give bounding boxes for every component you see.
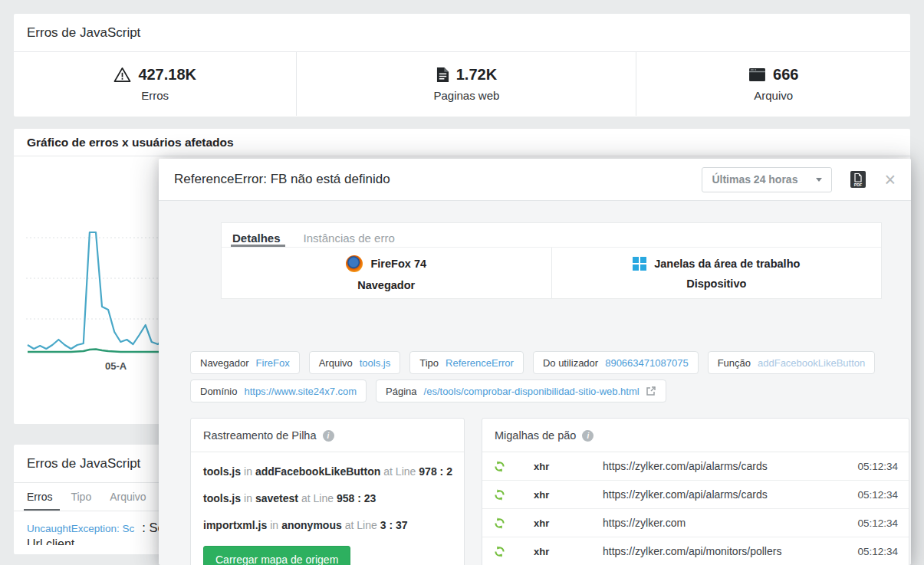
- stat-label: Erros: [141, 89, 169, 102]
- load-source-map-button[interactable]: Carregar mapa de origem: [203, 546, 350, 565]
- stat-erros: 427.18K Erros: [14, 52, 297, 116]
- breadcrumbs-card: Migalhas de pão i xhr https://zylker.com…: [482, 418, 909, 565]
- pill-funcao: Função addFacebookLikeButton: [708, 351, 876, 374]
- stack-frames: tools.jsinaddFacebookLikeButtonat Line97…: [191, 452, 464, 533]
- tab-instancias-de-erro[interactable]: Instâncias de erro: [304, 232, 395, 247]
- stack-frame: importxml.jsinanonymousat Line3 : 37: [203, 517, 452, 533]
- page-title: Erros de JavaScript: [14, 14, 910, 52]
- pill-label: Página: [386, 386, 416, 397]
- pill-label: Domínio: [200, 386, 237, 397]
- stat-paginas-web: 1.72K Paginas web: [297, 52, 636, 116]
- pill-label: Navegador: [200, 357, 249, 369]
- breadcrumb-type: xhr: [534, 489, 589, 501]
- frame-line: 958 : 23: [337, 492, 376, 504]
- stack-trace-card: Rastreamento de Pilha i tools.jsinaddFac…: [190, 418, 465, 565]
- pill-value: addFacebookLikeButton: [758, 357, 865, 369]
- breadcrumb-url: https://zylker.com/api/alarms/cards: [603, 488, 849, 501]
- breadcrumb-url: https://zylker.com: [603, 517, 849, 529]
- frame-file: tools.js: [203, 492, 241, 504]
- frame-in: in: [244, 492, 252, 504]
- frame-at: at Line: [383, 465, 416, 478]
- stack-frame: tools.jsinsavetestat Line958 : 23: [203, 491, 452, 506]
- tab-detalhes[interactable]: Detalhes: [232, 232, 281, 247]
- modal-title: ReferenceError: FB não está definido: [174, 172, 390, 187]
- stats-row: 427.18K Erros 1.72K Paginas web 666 Arqu…: [14, 52, 910, 116]
- error-text-partial: Url client: [27, 537, 74, 545]
- chevron-down-icon: [816, 178, 822, 182]
- refresh-icon: [493, 488, 506, 501]
- chart-title: Gráfico de erros x usuários afetados: [14, 129, 910, 156]
- frame-function: anonymous: [281, 519, 342, 531]
- tab-tipo[interactable]: Tipo: [71, 491, 91, 511]
- info-icon[interactable]: i: [323, 430, 334, 442]
- breadcrumb-type: xhr: [534, 461, 589, 472]
- pill-arquivo: Arquivo tools.js: [309, 351, 401, 374]
- frame-in: in: [270, 519, 278, 531]
- breadcrumb-row: xhr https://zylker.com/api/alarms/cards …: [482, 452, 909, 481]
- browser-cell: FireFox 74 Navegador: [222, 248, 551, 298]
- time-range-value: Últimas 24 horas: [712, 173, 797, 186]
- error-link[interactable]: UncaughtException: Sc: [27, 523, 134, 534]
- device-label: Dispositivo: [686, 278, 746, 290]
- pill-value[interactable]: tools.js: [360, 357, 390, 369]
- stack-trace-header: Rastreamento de Pilha i: [191, 419, 464, 452]
- refresh-icon: [493, 460, 506, 473]
- tab-arquivo[interactable]: Arquivo: [110, 491, 146, 511]
- breadcrumb-time: 05:12:34: [849, 489, 898, 501]
- frame-at: at Line: [345, 519, 377, 531]
- modal-tabs: Detalhes Instâncias de erro: [222, 223, 881, 248]
- x-axis-tick-label: 05-A: [105, 360, 127, 372]
- pill-label: Tipo: [419, 357, 439, 369]
- stat-label: Arquivo: [754, 89, 793, 102]
- time-range-dropdown[interactable]: Últimas 24 horas: [702, 167, 832, 192]
- breadcrumbs-title: Migalhas de pão: [495, 429, 576, 442]
- attribute-pills-row1: Navegador FireFox Arquivo tools.js Tipo …: [190, 351, 875, 374]
- warning-triangle-icon: [113, 67, 131, 83]
- pill-label: Do utilizador: [543, 357, 598, 369]
- file-window-icon: [748, 67, 766, 82]
- pill-value[interactable]: https://www.site24x7.com: [244, 386, 357, 397]
- breadcrumb-url: https://zylker.com/api/alarms/cards: [603, 460, 849, 472]
- stat-arquivo: 666 Arquivo: [636, 52, 910, 116]
- pill-value[interactable]: 890663471087075: [605, 357, 688, 369]
- stack-frame: tools.jsinaddFacebookLikeButtonat Line97…: [203, 464, 452, 479]
- breadcrumbs-header: Migalhas de pão i: [482, 419, 909, 452]
- info-icon[interactable]: i: [582, 430, 594, 442]
- browser-label: Navegador: [357, 279, 415, 291]
- modal-controls: Últimas 24 horas PDF ×: [702, 167, 896, 192]
- breadcrumb-type: xhr: [534, 517, 589, 529]
- frame-function: savetest: [255, 492, 298, 504]
- frame-at: at Line: [301, 492, 334, 504]
- firefox-icon: [346, 255, 363, 272]
- breadcrumb-url: https://zylker.com/api/monitors/pollers: [603, 545, 849, 557]
- windows-icon: [633, 257, 646, 271]
- pill-value[interactable]: /es/tools/comprobar-disponibilidad-sitio…: [424, 386, 640, 397]
- close-icon[interactable]: ×: [884, 172, 896, 187]
- browser-device-row: FireFox 74 Navegador Janelas da área de …: [222, 248, 881, 298]
- frame-file: importxml.js: [203, 519, 267, 531]
- external-link-icon[interactable]: [646, 386, 656, 396]
- device-value: Janelas da área de trabalho: [654, 258, 800, 270]
- modal-body: Detalhes Instâncias de erro FireFox 74 N…: [159, 201, 911, 565]
- pill-value[interactable]: ReferenceError: [446, 357, 514, 369]
- modal-header: ReferenceError: FB não está definido Últ…: [159, 159, 911, 201]
- browser-value: FireFox 74: [370, 258, 426, 270]
- pill-pagina: Página /es/tools/comprobar-disponibilida…: [376, 379, 666, 402]
- frame-in: in: [244, 465, 252, 478]
- frame-line: 3 : 37: [380, 519, 408, 531]
- pill-dominio: Domínio https://www.site24x7.com: [190, 379, 367, 402]
- errors-users-line-chart: [26, 157, 172, 358]
- stat-value: 1.72K: [456, 66, 497, 84]
- breadcrumb-row: xhr https://zylker.com/api/alarms/cards …: [482, 481, 909, 509]
- refresh-icon: [493, 545, 506, 558]
- tab-erros[interactable]: Erros: [27, 491, 52, 511]
- frame-file: tools.js: [203, 465, 241, 478]
- pill-label: Arquivo: [319, 357, 353, 369]
- pill-value[interactable]: FireFox: [256, 357, 290, 369]
- error-detail-modal: ReferenceError: FB não está definido Últ…: [159, 159, 911, 565]
- breadcrumb-time: 05:12:34: [849, 461, 898, 472]
- breadcrumb-type: xhr: [534, 546, 589, 557]
- export-pdf-icon[interactable]: PDF: [850, 171, 866, 188]
- pill-tipo: Tipo ReferenceError: [409, 351, 524, 374]
- pill-label: Função: [718, 357, 751, 369]
